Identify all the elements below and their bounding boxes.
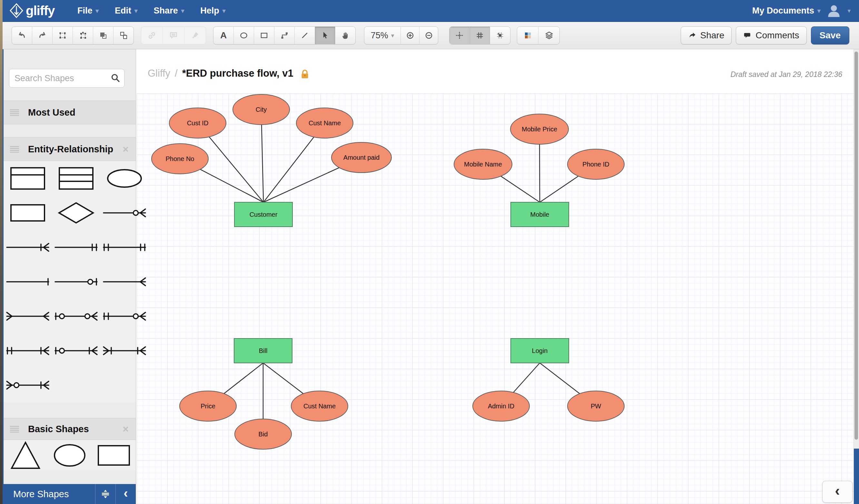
svg-text:Mobile Name: Mobile Name (464, 161, 502, 168)
svg-text:Mobile Price: Mobile Price (522, 126, 557, 133)
shape-entity-three-row[interactable] (52, 161, 100, 195)
connector-zero-or-one[interactable] (52, 264, 100, 299)
comment-bubble-icon (743, 31, 752, 40)
shape-relationship-diamond[interactable] (52, 195, 100, 230)
svg-text:City: City (256, 106, 267, 113)
my-documents-menu[interactable]: My Documents▾ (752, 6, 820, 16)
menu-share[interactable]: Share▾ (154, 6, 184, 16)
shape-basic-triangle[interactable] (3, 440, 48, 471)
connector-zeroone-zeromany[interactable] (52, 299, 100, 333)
connector-zero-or-many[interactable] (100, 195, 149, 230)
snap-to-grid-button[interactable] (490, 27, 510, 44)
shape-basic-rectangle[interactable] (92, 440, 136, 471)
collapse-sidebar-chevron[interactable]: ‹ (116, 484, 136, 504)
drag-handle-icon[interactable] (9, 145, 20, 153)
theme-colors-button[interactable] (517, 27, 539, 44)
basic-shape-palette (3, 440, 136, 471)
shape-attribute-ellipse[interactable] (100, 161, 149, 195)
more-shapes-bar[interactable]: More Shapes ‹ (3, 484, 136, 504)
ellipse-tool-button[interactable] (234, 27, 254, 44)
select-all-button[interactable] (52, 27, 73, 44)
menu-help[interactable]: Help▾ (200, 6, 225, 16)
bring-to-front-button[interactable] (93, 27, 114, 44)
connector-one-or-many[interactable] (3, 230, 52, 264)
guides-toggle-button[interactable] (450, 27, 470, 44)
link-button[interactable] (141, 27, 163, 44)
zoom-group: 75% ▾ (364, 27, 438, 45)
pan-tool-button[interactable] (335, 27, 355, 44)
svg-text:Admin ID: Admin ID (488, 403, 514, 410)
close-icon[interactable]: × (122, 144, 129, 154)
zoom-out-button[interactable] (420, 27, 438, 44)
svg-text:Phone ID: Phone ID (582, 161, 609, 168)
share-arrow-icon (688, 31, 697, 40)
user-avatar[interactable] (826, 3, 842, 18)
undo-button[interactable] (12, 27, 32, 44)
caret-down-icon: ▾ (96, 7, 99, 15)
section-entity-relationship[interactable]: Entity-Relationship × (3, 137, 136, 161)
caret-down-icon: ▾ (223, 7, 226, 15)
line-tool-button[interactable] (295, 27, 315, 44)
svg-text:Bid: Bid (259, 430, 268, 438)
comment-button[interactable] (163, 27, 184, 44)
menu-file[interactable]: File▾ (77, 6, 99, 16)
breadcrumb-app-link[interactable]: Gliffy (148, 68, 170, 79)
menu-edit[interactable]: Edit▾ (115, 6, 138, 16)
caret-down-icon: ▾ (817, 7, 820, 15)
section-label: Most Used (28, 107, 75, 118)
zoom-level-dropdown[interactable]: 75% ▾ (364, 27, 401, 44)
drag-handle-icon[interactable] (9, 109, 20, 116)
draft-saved-status: Draft saved at Jan 29, 2018 22:36 (730, 70, 842, 79)
connector-oneone-onemany[interactable] (3, 333, 52, 368)
document-title[interactable]: *ERD purchase flow, v1 (182, 68, 293, 79)
select-same-button[interactable] (73, 27, 93, 44)
format-painter-button[interactable] (184, 27, 206, 44)
svg-text:PW: PW (591, 403, 601, 410)
shape-basic-ellipse[interactable] (48, 440, 92, 471)
connector-one-and-only-one[interactable] (52, 230, 100, 264)
save-button[interactable]: Save (811, 27, 849, 45)
connector-many[interactable] (100, 264, 149, 299)
send-to-back-button[interactable] (114, 27, 134, 44)
svg-text:Bill: Bill (259, 347, 268, 354)
connector-one[interactable] (3, 264, 52, 299)
gliffy-logo[interactable]: gliffy (10, 3, 55, 18)
connector-oneone-zeromany[interactable] (100, 299, 149, 333)
layers-button[interactable] (539, 27, 559, 44)
drag-handle-icon[interactable] (9, 425, 20, 432)
expand-panel-button[interactable]: ‹ (822, 481, 853, 503)
pointer-tool-button[interactable] (315, 27, 335, 44)
close-icon[interactable]: × (122, 424, 129, 434)
connector-tool-button[interactable] (274, 27, 295, 44)
caret-down-icon: ▾ (391, 32, 394, 39)
connector-zeroone-onemany[interactable] (52, 333, 100, 368)
share-button[interactable]: Share (681, 27, 732, 45)
rectangle-tool-button[interactable] (254, 27, 274, 44)
connector-many-to-many[interactable] (3, 299, 52, 333)
svg-text:Mobile: Mobile (530, 211, 549, 218)
redo-button[interactable] (32, 27, 52, 44)
shape-entity-rectangle[interactable] (3, 195, 52, 230)
shape-entity-two-row[interactable] (3, 161, 52, 195)
gliffy-logo-text: gliffy (26, 3, 55, 18)
history-group (12, 27, 134, 45)
search-shapes-input[interactable] (14, 70, 105, 86)
collapse-panel-icon[interactable] (95, 484, 116, 504)
section-most-used[interactable]: Most Used (3, 100, 136, 124)
grid-toggle-button[interactable] (470, 27, 490, 44)
caret-down-icon[interactable]: ▾ (847, 7, 850, 15)
er-shape-palette (3, 161, 136, 402)
section-basic-shapes[interactable]: Basic Shapes × (3, 418, 136, 440)
vertical-scrollbar[interactable] (854, 49, 859, 504)
connector-manyone-onemany[interactable] (100, 333, 149, 368)
connector-one-one-both[interactable] (100, 230, 149, 264)
search-icon[interactable] (110, 73, 120, 83)
section-label: Entity-Relationship (28, 144, 113, 155)
lock-icon[interactable] (301, 69, 309, 79)
shapes-sidebar: Most Used Entity-Relationship × Basic Sh… (3, 49, 136, 504)
scrollbar-thumb[interactable] (855, 51, 858, 440)
connector-zeromany-onemany[interactable] (3, 368, 52, 402)
zoom-in-button[interactable] (401, 27, 420, 44)
text-tool-button[interactable]: A (213, 27, 234, 44)
comments-button[interactable]: Comments (736, 27, 807, 45)
